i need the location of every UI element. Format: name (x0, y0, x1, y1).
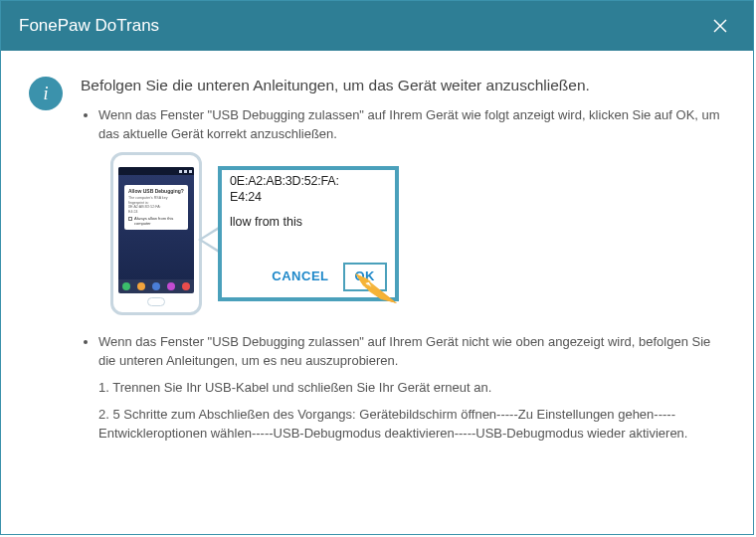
illustration-row: Allow USB Debugging? The computer's RSA … (110, 152, 725, 315)
phone-screen: Allow USB Debugging? The computer's RSA … (118, 167, 194, 293)
close-icon (712, 18, 728, 34)
dock-app-icon (152, 282, 160, 290)
callout-pointer-icon (198, 226, 220, 254)
dock-app-icon (122, 282, 130, 290)
zoom-button-row: CANCEL OK (230, 263, 387, 291)
checkbox-icon (128, 217, 132, 221)
dialog-content: i Befolgen Sie die unteren Anleitungen, … (1, 51, 753, 534)
body-column: Befolgen Sie die unteren Anleitungen, um… (81, 75, 725, 514)
phone-mockup: Allow USB Debugging? The computer's RSA … (110, 152, 202, 315)
list-item: Wenn das Fenster "USB Debugging zulassen… (98, 106, 725, 315)
popup-fingerprint-label: The computer's RSA key fingerprint is: (128, 196, 184, 205)
instruction-heading: Befolgen Sie die unteren Anleitungen, um… (81, 75, 725, 96)
popup-fingerprint-2: E4:24 (128, 210, 184, 214)
titlebar: FonePaw DoTrans (1, 1, 753, 51)
popup-always-text: Always allow from this computer (134, 216, 184, 226)
steps-block: 1. Trennen Sie Ihr USB-Kabel und schließ… (98, 379, 725, 444)
close-button[interactable] (705, 11, 735, 41)
pointer-arrow-icon (353, 271, 399, 305)
app-title: FonePaw DoTrans (19, 16, 159, 36)
step-1-text: 1. Trennen Sie Ihr USB-Kabel und schließ… (98, 379, 725, 398)
zoom-panel: 0E:A2:AB:3D:52:FA: E4:24 llow from this … (218, 166, 399, 301)
dialog-window: FonePaw DoTrans i Befolgen Sie die unter… (0, 0, 754, 535)
zoom-mac-line2: E4:24 (230, 190, 387, 206)
bullet-1-text: Wenn das Fenster "USB Debugging zulassen… (98, 107, 720, 141)
zoom-allow-text: llow from this (230, 213, 387, 231)
popup-always-row: Always allow from this computer (128, 216, 184, 226)
phone-dock (118, 279, 194, 293)
phone-statusbar (118, 167, 194, 175)
bullet-2-text: Wenn das Fenster "USB Debugging zulassen… (98, 334, 710, 368)
phone-home-button (147, 297, 165, 306)
dock-app-icon (167, 282, 175, 290)
list-item: Wenn das Fenster "USB Debugging zulassen… (98, 333, 725, 443)
dock-app-icon (182, 282, 190, 290)
step-2-text: 2. 5 Schritte zum Abschließen des Vorgan… (98, 406, 725, 444)
dock-app-icon (137, 282, 145, 290)
instruction-list: Wenn das Fenster "USB Debugging zulassen… (81, 106, 725, 443)
phone-popup: Allow USB Debugging? The computer's RSA … (124, 185, 188, 230)
info-icon: i (29, 77, 63, 110)
zoom-mac-line1: 0E:A2:AB:3D:52:FA: (230, 174, 387, 190)
cancel-button[interactable]: CANCEL (272, 268, 328, 286)
popup-title: Allow USB Debugging? (128, 188, 184, 194)
